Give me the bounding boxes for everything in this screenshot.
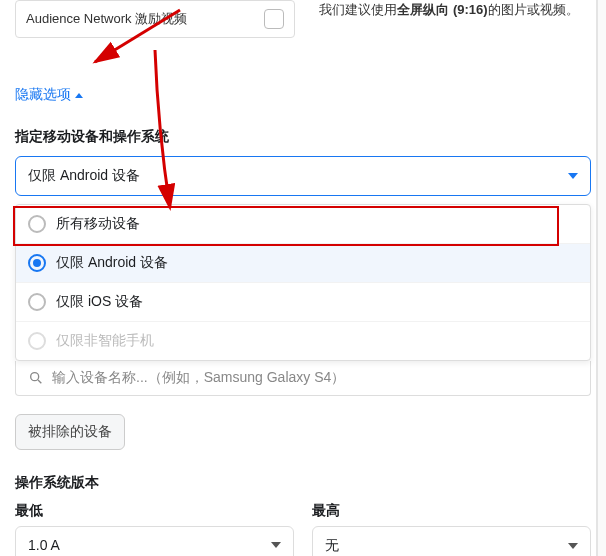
chevron-down-icon [568,543,578,549]
device-select[interactable]: 仅限 Android 设备 [15,156,591,196]
radio-icon [28,332,46,350]
svg-line-1 [38,380,41,383]
device-section-title: 指定移动设备和操作系统 [15,128,591,146]
device-option-android[interactable]: 仅限 Android 设备 [16,244,590,283]
os-min-label: 最低 [15,502,294,520]
excluded-devices-button[interactable]: 被排除的设备 [15,414,125,450]
device-option-label: 仅限非智能手机 [56,332,154,350]
device-select-value: 仅限 Android 设备 [28,167,140,185]
device-search-placeholder: 输入设备名称...（例如，Samsung Galaxy S4） [52,369,345,387]
chevron-down-icon [568,173,578,179]
os-min-value: 1.0 A [28,537,60,553]
radio-icon [28,293,46,311]
radio-icon [28,215,46,233]
device-option-ios[interactable]: 仅限 iOS 设备 [16,283,590,322]
svg-point-0 [31,373,39,381]
os-max-label: 最高 [312,502,591,520]
device-search-input[interactable]: 输入设备名称...（例如，Samsung Galaxy S4） [15,361,591,396]
hide-options-label: 隐藏选项 [15,86,71,104]
caret-up-icon [75,93,83,98]
os-version-title: 操作系统版本 [15,474,591,492]
radio-icon [28,254,46,272]
device-option-all[interactable]: 所有移动设备 [16,205,590,244]
device-dropdown: 所有移动设备 仅限 Android 设备 仅限 iOS 设备 仅限非智能手机 [15,204,591,361]
os-max-select[interactable]: 无 [312,526,591,556]
recommendation-text: 我们建议使用全屏纵向 (9:16)的图片或视频。 [307,0,591,20]
os-max-value: 无 [325,537,339,555]
device-option-nonsmart: 仅限非智能手机 [16,322,590,360]
search-icon [28,370,44,386]
device-option-label: 所有移动设备 [56,215,140,233]
device-option-label: 仅限 Android 设备 [56,254,168,272]
hide-options-link[interactable]: 隐藏选项 [15,86,83,104]
device-option-label: 仅限 iOS 设备 [56,293,143,311]
audience-network-label: Audience Network 激励视频 [26,10,187,28]
chevron-down-icon [271,542,281,548]
scrollbar-track[interactable] [596,0,606,556]
os-min-select[interactable]: 1.0 A [15,526,294,556]
audience-network-checkbox[interactable] [264,9,284,29]
audience-network-reward-video-card: Audience Network 激励视频 [15,0,295,38]
